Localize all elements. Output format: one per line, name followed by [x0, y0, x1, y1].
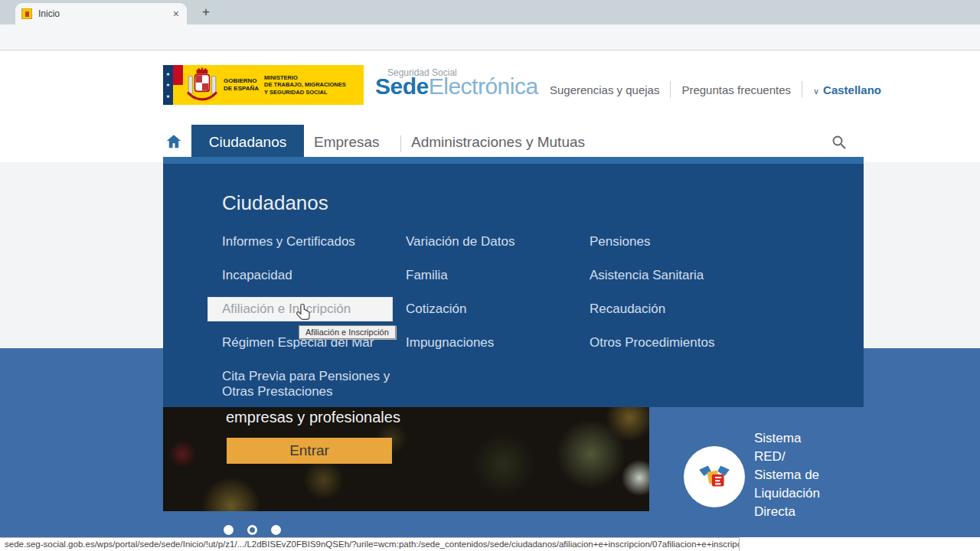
carousel-dot[interactable]	[247, 525, 257, 535]
carousel-dots	[224, 525, 281, 535]
dropdown-item[interactable]: Cita Previa para Pensiones y Otras Prest…	[222, 369, 400, 399]
browser-tabstrip: Inicio × +	[0, 0, 980, 24]
sistema-red-line: Liquidación	[754, 484, 820, 503]
entrar-button[interactable]: Entrar	[227, 438, 392, 464]
tab-close-icon[interactable]: ×	[172, 8, 181, 20]
new-tab-button[interactable]: +	[198, 5, 214, 20]
flag-stars-strip: ★★★	[163, 65, 173, 105]
dropdown-column-2: Variación de DatosFamiliaCotizaciónImpug…	[406, 234, 583, 369]
dropdown-item[interactable]: Pensiones	[590, 234, 767, 249]
browser-toolbar: ← → ↻ https://sede.seg-social.gob.es/wps…	[0, 24, 980, 51]
search-icon[interactable]	[831, 135, 847, 150]
brand-sede-electronica[interactable]: SedeElectrónica	[375, 73, 538, 99]
sistema-red-line: Directa	[754, 503, 820, 521]
banner-caption: empresas y profesionales	[226, 409, 400, 426]
header-links: Sugerencias y quejas Preguntas frecuente…	[550, 81, 881, 98]
divider	[670, 81, 671, 98]
dropdown-item[interactable]: Otros Procedimientos	[590, 335, 767, 350]
carousel-dot[interactable]	[224, 525, 234, 535]
ministerio-text: MINISTERIO DE TRABAJO, MIGRACIONES Y SEG…	[264, 74, 346, 96]
spain-flag-strip	[173, 65, 183, 105]
sistema-red-label[interactable]: SistemaRED/Sistema deLiquidaciónDirecta	[754, 429, 820, 521]
dropdown-item[interactable]: Recaudación	[590, 302, 767, 317]
divider	[802, 81, 802, 98]
tab-empresas[interactable]: Empresas	[314, 134, 380, 151]
dropdown-item[interactable]: Informes y Certificados	[222, 234, 400, 249]
dropdown-title: Ciudadanos	[222, 191, 328, 215]
sistema-red-line: Sistema de	[754, 466, 820, 484]
link-preguntas-frecuentes[interactable]: Preguntas frecuentes	[681, 83, 791, 96]
chevron-down-icon: ∨	[813, 86, 819, 96]
carousel-dot[interactable]	[271, 525, 281, 535]
link-sugerencias[interactable]: Sugerencias y quejas	[550, 83, 659, 96]
dropdown-item[interactable]: Impugnaciones	[406, 335, 583, 350]
language-selector[interactable]: ∨Castellano	[813, 83, 881, 96]
gobierno-text: GOBIERNO DE ESPAÑA	[224, 77, 259, 93]
nav-divider	[400, 135, 401, 152]
dropdown-item[interactable]: Cotización	[406, 302, 583, 317]
ciudadanos-dropdown-panel: Ciudadanos Informes y CertificadosIncapa…	[163, 164, 864, 407]
sistema-red-icon	[695, 458, 733, 496]
site-favicon	[21, 8, 32, 19]
dropdown-top-strip	[163, 157, 864, 164]
tooltip: Afiliación e Inscripción	[299, 325, 396, 339]
dropdown-column-3: PensionesAsistencia SanitariaRecaudación…	[590, 234, 767, 369]
tab-ciudadanos[interactable]: Ciudadanos	[191, 125, 304, 160]
dropdown-item[interactable]: Incapacidad	[222, 268, 400, 283]
sistema-red-line: Sistema	[754, 429, 820, 448]
home-icon[interactable]	[165, 133, 182, 150]
sistema-red-line: RED/	[754, 448, 820, 466]
browser-tab[interactable]: Inicio ×	[15, 3, 187, 24]
dropdown-item[interactable]: Asistencia Sanitaria	[590, 268, 767, 283]
tab-title: Inicio	[38, 8, 172, 19]
mouse-pointer-icon	[295, 303, 313, 323]
dropdown-item[interactable]: Familia	[406, 268, 583, 283]
dropdown-item[interactable]: Variación de Datos	[406, 234, 583, 249]
government-logo[interactable]: ★★★ GOBIERNO DE ESPAÑA MINISTERIO DE TRA…	[163, 65, 364, 105]
status-url: sede.seg-social.gob.es/wps/portal/sede/s…	[0, 537, 740, 551]
carousel-banner-image[interactable]: empresas y profesionales Entrar	[163, 407, 649, 511]
tab-administraciones-y-mutuas[interactable]: Administraciones y Mutuas	[411, 134, 585, 151]
coat-of-arms-icon	[186, 67, 218, 103]
sistema-red-link[interactable]	[684, 446, 745, 507]
